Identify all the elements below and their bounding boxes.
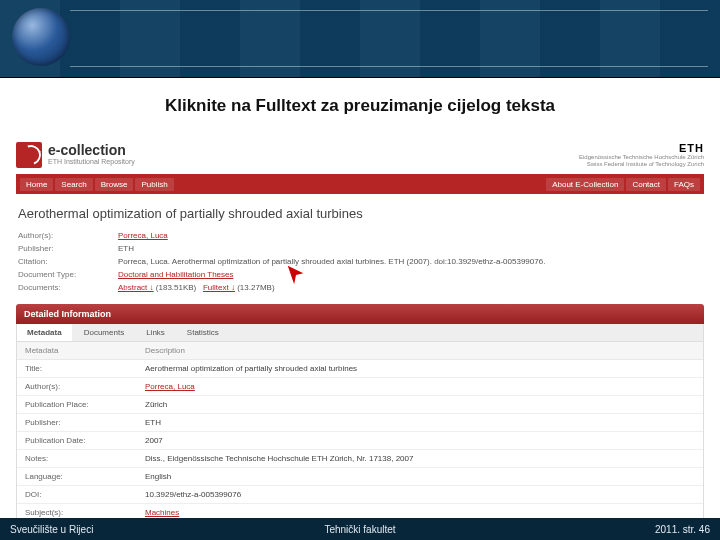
ec-logo-subtitle: ETH Institutional Repository [48,158,135,165]
tab-metadata[interactable]: Metadata [17,324,72,341]
tab-statistics[interactable]: Statistics [177,324,229,341]
tab-documents[interactable]: Documents [74,324,134,341]
pointer-arrow-icon [285,264,307,290]
d-place-l: Publication Place: [17,396,137,413]
ecollection-screenshot: e-collection ETH Institutional Repositor… [0,142,720,540]
eth-subtitle: Eidgenössische Technische Hochschule Zür… [564,154,704,168]
d-lang-l: Language: [17,468,137,485]
detailed-info-bar: Detailed Information [16,304,704,324]
d-subj-link1[interactable]: Machines [145,508,179,517]
nav-browse[interactable]: Browse [95,178,134,191]
doctype-link[interactable]: Doctoral and Habilitation Theses [118,270,233,279]
label-documents: Documents: [18,283,118,292]
d-notes-v: Diss., Eidgenössische Technische Hochsch… [137,450,703,467]
ec-logo-text: e-collection [48,142,135,158]
record-title: Aerothermal optimization of partially sh… [18,206,702,221]
meta-table: Author(s):Porreca, Luca Publisher:ETH Ci… [16,229,704,294]
slide-title: Kliknite na Fulltext za preuzimanje cije… [0,96,720,116]
label-doctype: Document Type: [18,270,118,279]
fulltext-size: (13.27MB) [237,283,274,292]
ec-header: e-collection ETH Institutional Repositor… [16,142,704,168]
ec-nav: Home Search Browse Publish About E-Colle… [16,174,704,194]
detail-table: Metadata Description Title:Aerothermal o… [16,342,704,540]
banner-line [70,66,708,67]
fulltext-link[interactable]: Fulltext ↓ [203,283,235,292]
value-citation: Porreca, Luca. Aerothermal optimization … [118,257,702,266]
head-description: Description [137,342,703,359]
d-title-l: Title: [17,360,137,377]
detail-head: Metadata Description [17,342,703,360]
nav-faqs[interactable]: FAQs [668,178,700,191]
d-notes-l: Notes: [17,450,137,467]
d-date-l: Publication Date: [17,432,137,449]
d-doi-l: DOI: [17,486,137,503]
eth-branding: ETH Eidgenössische Technische Hochschule… [564,142,704,168]
label-citation: Citation: [18,257,118,266]
d-publisher-v: ETH [137,414,703,431]
abstract-link[interactable]: Abstract ↓ [118,283,154,292]
footer-mid: Tehnički fakultet [324,524,395,535]
value-publisher: ETH [118,244,702,253]
d-place-v: Zürich [137,396,703,413]
nav-about[interactable]: About E-Collection [546,178,624,191]
top-banner [0,0,720,78]
nav-contact[interactable]: Contact [626,178,666,191]
ec-logo-icon [16,142,42,168]
label-author: Author(s): [18,231,118,240]
d-author-link[interactable]: Porreca, Luca [145,382,195,391]
author-link[interactable]: Porreca, Luca [118,231,168,240]
d-publisher-l: Publisher: [17,414,137,431]
footer-left: Sveučilište u Rijeci [10,524,93,535]
footer: Sveučilište u Rijeci Tehnički fakultet 2… [0,518,720,540]
tab-links[interactable]: Links [136,324,175,341]
d-doi-v: 10.3929/ethz-a-005399076 [137,486,703,503]
label-publisher: Publisher: [18,244,118,253]
head-metadata: Metadata [17,342,137,359]
nav-search[interactable]: Search [55,178,92,191]
eth-mark: ETH [564,142,704,154]
banner-line [70,10,708,11]
nav-publish[interactable]: Publish [135,178,173,191]
abstract-size: (183.51KB) [156,283,196,292]
d-lang-v: English [137,468,703,485]
d-title-v: Aerothermal optimization of partially sh… [137,360,703,377]
nav-home[interactable]: Home [20,178,53,191]
ec-logo[interactable]: e-collection ETH Institutional Repositor… [16,142,135,168]
d-date-v: 2007 [137,432,703,449]
footer-right: 2011. str. 46 [655,524,710,535]
tab-row: Metadata Documents Links Statistics [16,324,704,342]
globe-icon [12,8,70,66]
d-author-l: Author(s): [17,378,137,395]
